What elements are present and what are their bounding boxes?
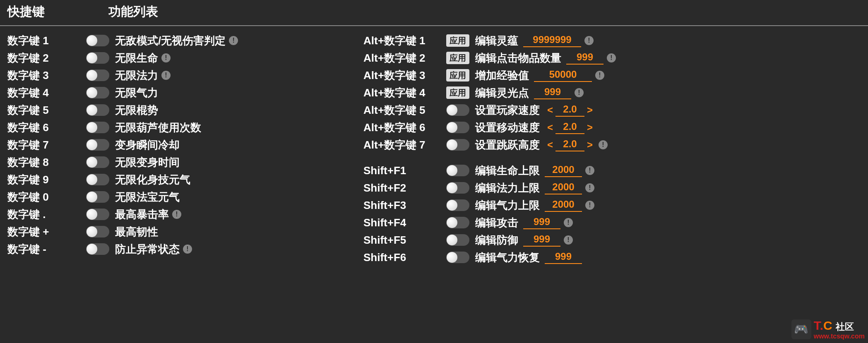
toggle-switch[interactable] — [446, 139, 469, 151]
info-icon[interactable]: ! — [607, 53, 616, 62]
toggle-switch[interactable] — [86, 139, 109, 151]
toggle-switch[interactable] — [86, 87, 109, 98]
toggle-switch[interactable] — [86, 156, 109, 168]
info-icon[interactable]: ! — [584, 36, 594, 45]
stepper: <2.0> — [545, 103, 595, 117]
step-value[interactable]: 2.0 — [555, 138, 584, 151]
info-icon[interactable]: ! — [599, 140, 608, 149]
toggle-switch[interactable] — [446, 217, 469, 228]
function-label: 编辑点击物品数量 — [475, 51, 561, 65]
toggle-switch[interactable] — [86, 226, 109, 237]
toggle-switch[interactable] — [86, 191, 109, 203]
cheat-row: 数字键 8无限变身时间 — [7, 154, 359, 171]
value-input[interactable]: 999 — [545, 251, 582, 264]
apply-button[interactable]: 应用 — [446, 52, 469, 64]
watermark-c: C — [823, 319, 832, 332]
function-label: 防止异常状态 — [115, 242, 180, 257]
function-label: 编辑气力恢复 — [475, 250, 540, 265]
function-label: 最高韧性 — [115, 225, 158, 239]
function-label: 编辑攻击 — [475, 216, 518, 230]
value-input[interactable]: 2000 — [545, 164, 582, 177]
function-label: 编辑法力上限 — [475, 181, 540, 195]
toggle-switch[interactable] — [446, 122, 469, 133]
value-input[interactable]: 999 — [523, 216, 560, 229]
value-input[interactable]: 999 — [534, 86, 571, 99]
toggle-switch[interactable] — [86, 52, 109, 64]
info-icon[interactable]: ! — [585, 201, 594, 210]
apply-button[interactable]: 应用 — [446, 34, 469, 47]
info-icon[interactable]: ! — [564, 218, 573, 227]
toggle-switch[interactable] — [446, 182, 469, 194]
toggle-switch[interactable] — [86, 104, 109, 116]
cheat-row: Alt+数字键 4应用编辑灵光点999! — [363, 84, 861, 101]
stepper: <2.0> — [545, 138, 595, 151]
function-label: 无限气力 — [115, 86, 158, 100]
watermark: 🎮 T.C 社区 www.tcsqw.com — [791, 319, 865, 340]
value-input[interactable]: 2000 — [545, 199, 582, 212]
function-label: 编辑灵蕴 — [475, 34, 518, 48]
cheat-row: 数字键 5无限棍势 — [7, 101, 359, 119]
toggle-switch[interactable] — [446, 234, 469, 246]
hotkey-label: Alt+数字键 2 — [363, 51, 446, 65]
header-hotkey: 快捷键 — [7, 3, 108, 20]
pubg-icon: 🎮 — [791, 319, 811, 339]
step-decrease[interactable]: < — [545, 139, 555, 151]
function-label: 编辑生命上限 — [475, 163, 540, 178]
hotkey-label: 数字键 0 — [7, 190, 86, 204]
function-label: 变身瞬间冷却 — [115, 138, 180, 152]
hotkey-label: 数字键 4 — [7, 86, 86, 100]
toggle-switch[interactable] — [86, 243, 109, 255]
info-icon[interactable]: ! — [229, 36, 238, 45]
step-value[interactable]: 2.0 — [555, 103, 584, 117]
cheat-row: 数字键 .最高暴击率! — [7, 206, 359, 223]
watermark-sub: 社区 — [836, 321, 854, 332]
info-icon[interactable]: ! — [575, 88, 584, 97]
toggle-switch[interactable] — [446, 165, 469, 176]
header-row: 快捷键 功能列表 — [0, 0, 868, 26]
info-icon[interactable]: ! — [161, 53, 171, 62]
hotkey-label: 数字键 - — [7, 242, 86, 257]
function-label: 增加经验值 — [475, 68, 529, 83]
watermark-url: www.tcsqw.com — [814, 333, 865, 340]
value-input[interactable]: 9999999 — [523, 34, 581, 47]
watermark-dot: . — [820, 319, 823, 332]
toggle-switch[interactable] — [446, 104, 469, 116]
info-icon[interactable]: ! — [161, 71, 171, 80]
info-icon[interactable]: ! — [172, 210, 181, 219]
value-input[interactable]: 999 — [566, 51, 604, 65]
toggle-switch[interactable] — [86, 70, 109, 81]
step-increase[interactable]: > — [584, 104, 595, 116]
hotkey-label: Shift+F2 — [363, 182, 446, 194]
hotkey-label: 数字键 3 — [7, 68, 86, 83]
value-input[interactable]: 50000 — [534, 69, 592, 82]
toggle-switch[interactable] — [446, 199, 469, 211]
hotkey-label: 数字键 7 — [7, 138, 86, 152]
cheat-row: 数字键 0无限法宝元气 — [7, 188, 359, 206]
stepper: <2.0> — [545, 121, 595, 134]
info-icon[interactable]: ! — [183, 245, 192, 254]
step-increase[interactable]: > — [584, 122, 595, 133]
toggle-switch[interactable] — [86, 35, 109, 46]
cheat-row: Alt+数字键 3应用增加经验值50000! — [363, 67, 861, 84]
apply-button[interactable]: 应用 — [446, 69, 469, 82]
toggle-switch[interactable] — [86, 209, 109, 220]
info-icon[interactable]: ! — [585, 166, 594, 175]
toggle-switch[interactable] — [86, 122, 109, 133]
info-icon[interactable]: ! — [585, 183, 594, 192]
apply-button[interactable]: 应用 — [446, 86, 469, 99]
function-label: 无限葫芦使用次数 — [115, 120, 201, 135]
info-icon[interactable]: ! — [564, 235, 573, 245]
step-decrease[interactable]: < — [545, 122, 555, 133]
toggle-switch[interactable] — [86, 174, 109, 185]
hotkey-label: 数字键 5 — [7, 103, 86, 118]
cheat-row: 数字键 +最高韧性 — [7, 223, 359, 240]
info-icon[interactable]: ! — [595, 71, 604, 80]
cheat-row: 数字键 1无敌模式/无视伤害判定! — [7, 32, 359, 49]
value-input[interactable]: 999 — [523, 233, 560, 247]
cheat-row: 数字键 -防止异常状态! — [7, 240, 359, 258]
toggle-switch[interactable] — [446, 252, 469, 263]
value-input[interactable]: 2000 — [545, 181, 582, 194]
step-decrease[interactable]: < — [545, 104, 555, 116]
step-increase[interactable]: > — [584, 139, 595, 151]
step-value[interactable]: 2.0 — [555, 121, 584, 134]
